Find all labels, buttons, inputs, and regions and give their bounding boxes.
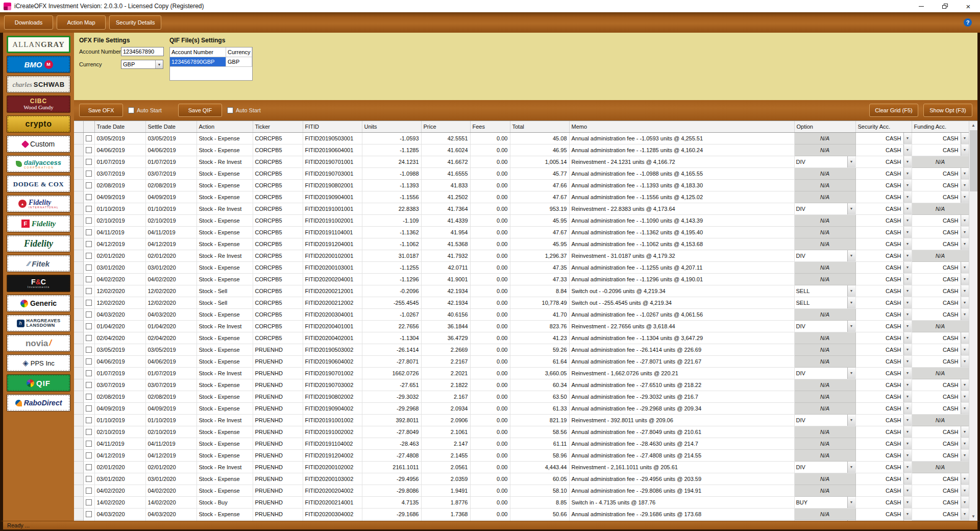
checkbox-cell[interactable] <box>83 156 94 167</box>
sidebar-item-bmo[interactable]: MBMO <box>7 56 70 73</box>
dropdown-arrow-icon[interactable]: ▼ <box>903 379 912 391</box>
dropdown-arrow-icon[interactable]: ▼ <box>847 415 855 426</box>
funding-acc-cell[interactable]: CASH▼ <box>912 473 969 485</box>
checkbox-cell[interactable] <box>83 508 94 520</box>
table-row[interactable]: 03/01/202003/01/2020Stock - ExpensePRUEN… <box>74 473 969 485</box>
row-checkbox[interactable] <box>86 253 92 259</box>
funding-acc-cell[interactable]: CASH▼ <box>912 485 969 496</box>
column-header[interactable]: FITID <box>303 121 362 132</box>
row-checkbox[interactable] <box>86 264 92 271</box>
dropdown-arrow-icon[interactable]: ▼ <box>903 215 912 226</box>
dropdown-arrow-icon[interactable]: ▼ <box>903 438 912 449</box>
qif-account-column-header[interactable]: Account Number <box>170 47 226 57</box>
row-header[interactable] <box>74 308 83 320</box>
row-header[interactable] <box>74 191 83 203</box>
security-acc-cell[interactable]: CASH▼ <box>855 308 912 320</box>
column-header[interactable]: Price <box>421 121 470 132</box>
security-acc-cell[interactable]: CASH▼ <box>855 144 912 156</box>
dropdown-arrow-icon[interactable]: ▼ <box>903 509 912 520</box>
dropdown-arrow-icon[interactable]: ▼ <box>961 403 969 414</box>
security-acc-cell[interactable]: CASH▼ <box>855 156 912 167</box>
row-checkbox[interactable] <box>86 499 92 505</box>
dropdown-arrow-icon[interactable]: ▼ <box>961 344 969 355</box>
table-row[interactable]: 02/01/202002/01/2020Stock - Re InvestPRU… <box>74 461 969 473</box>
row-checkbox[interactable] <box>86 417 92 423</box>
dropdown-arrow-icon[interactable]: ▼ <box>903 133 912 144</box>
security-acc-cell[interactable]: CASH▼ <box>855 402 912 414</box>
funding-acc-cell[interactable]: CASH▼ <box>912 285 969 297</box>
row-header[interactable] <box>74 226 83 238</box>
table-row[interactable]: 04/12/201904/12/2019Stock - ExpenseCORCP… <box>74 238 969 250</box>
dropdown-arrow-icon[interactable]: ▼ <box>847 297 855 308</box>
scrollbar-thumb[interactable] <box>970 130 977 191</box>
table-row[interactable]: 02/01/202002/01/2020Stock - Re InvestCOR… <box>74 250 969 261</box>
dropdown-arrow-icon[interactable]: ▼ <box>847 203 855 214</box>
row-header[interactable] <box>74 179 83 191</box>
table-row[interactable]: 01/04/202001/04/2020Stock - Re InvestCOR… <box>74 320 969 332</box>
row-checkbox[interactable] <box>86 405 92 412</box>
security-acc-cell[interactable]: CASH▼ <box>855 226 912 238</box>
table-row[interactable]: 04/03/202004/03/2020Stock - ExpenseCORCP… <box>74 308 969 320</box>
table-row[interactable]: 04/03/202004/03/2020Stock - ExpensePRUEN… <box>74 508 969 520</box>
dropdown-arrow-icon[interactable]: ▼ <box>903 309 912 320</box>
option-cell[interactable]: DIV▼ <box>794 520 855 521</box>
dropdown-arrow-icon[interactable]: ▼ <box>847 520 855 521</box>
row-checkbox[interactable] <box>86 323 92 329</box>
dropdown-arrow-icon[interactable]: ▼ <box>903 321 912 332</box>
checkbox-cell[interactable] <box>83 461 94 473</box>
minimize-button[interactable] <box>910 0 933 12</box>
save-ofx-button[interactable]: Save OFX <box>79 104 123 117</box>
table-row[interactable]: 12/02/202012/02/2020Stock - SellCORCPB5F… <box>74 285 969 297</box>
dropdown-arrow-icon[interactable]: ▼ <box>961 285 969 297</box>
option-cell[interactable]: DIV▼ <box>794 320 855 332</box>
funding-acc-cell[interactable]: CASH▼ <box>912 391 969 402</box>
dropdown-arrow-icon[interactable]: ▼ <box>847 156 855 167</box>
checkbox-cell[interactable] <box>83 167 94 179</box>
row-checkbox[interactable] <box>86 311 92 318</box>
security-acc-cell[interactable]: CASH▼ <box>855 214 912 226</box>
grid-corner-cell[interactable] <box>74 121 83 132</box>
dropdown-arrow-icon[interactable]: ▼ <box>903 415 912 426</box>
row-header[interactable] <box>74 156 83 167</box>
dropdown-arrow-icon[interactable]: ▼ <box>847 462 855 473</box>
table-row[interactable]: 04/06/201904/06/2019Stock - ExpenseCORCP… <box>74 144 969 156</box>
checkbox-cell[interactable] <box>83 402 94 414</box>
row-checkbox[interactable] <box>86 206 92 212</box>
row-checkbox[interactable] <box>86 171 92 177</box>
row-header[interactable] <box>74 402 83 414</box>
row-header[interactable] <box>74 438 83 449</box>
auto-start-qif-checkbox[interactable] <box>227 107 233 113</box>
table-row[interactable]: 04/06/201904/06/2019Stock - ExpensePRUEN… <box>74 355 969 367</box>
option-cell[interactable]: DIV▼ <box>794 250 855 261</box>
row-checkbox[interactable] <box>86 370 92 376</box>
action-map-button[interactable]: Action Map <box>57 15 106 30</box>
security-acc-cell[interactable]: CASH▼ <box>855 520 912 521</box>
option-cell[interactable]: SELL▼ <box>794 285 855 297</box>
row-header[interactable] <box>74 461 83 473</box>
row-checkbox[interactable] <box>86 429 92 435</box>
table-row[interactable]: 03/05/201903/05/2019Stock - ExpensePRUEN… <box>74 344 969 355</box>
checkbox-cell[interactable] <box>83 485 94 496</box>
row-header[interactable] <box>74 167 83 179</box>
dropdown-arrow-icon[interactable]: ▼ <box>847 321 855 332</box>
security-acc-cell[interactable]: CASH▼ <box>855 297 912 308</box>
row-checkbox[interactable] <box>86 441 92 447</box>
column-header[interactable]: Memo <box>569 121 794 132</box>
column-header[interactable]: Security Acc. <box>855 121 912 132</box>
dropdown-arrow-icon[interactable]: ▼ <box>961 473 969 485</box>
dropdown-arrow-icon[interactable]: ▼ <box>903 191 912 203</box>
show-opt-button[interactable]: Show Opt (F3) <box>923 104 972 117</box>
dropdown-arrow-icon[interactable]: ▼ <box>903 391 912 402</box>
row-checkbox[interactable] <box>86 476 92 482</box>
security-acc-cell[interactable]: CASH▼ <box>855 496 912 508</box>
column-header[interactable]: Settle Date <box>145 121 197 132</box>
dropdown-arrow-icon[interactable]: ▼ <box>961 144 969 156</box>
dropdown-arrow-icon[interactable]: ▼ <box>903 144 912 156</box>
option-cell[interactable]: DIV▼ <box>794 367 855 379</box>
column-header[interactable]: Option <box>794 121 855 132</box>
dropdown-arrow-icon[interactable]: ▼ <box>903 168 912 179</box>
column-header[interactable]: Units <box>362 121 421 132</box>
table-row[interactable]: 04/09/201904/09/2019Stock - ExpenseCORCP… <box>74 191 969 203</box>
table-row[interactable]: 04/02/202004/02/2020Stock - ExpensePRUEN… <box>74 485 969 496</box>
funding-acc-cell[interactable]: CASH▼ <box>912 355 969 367</box>
